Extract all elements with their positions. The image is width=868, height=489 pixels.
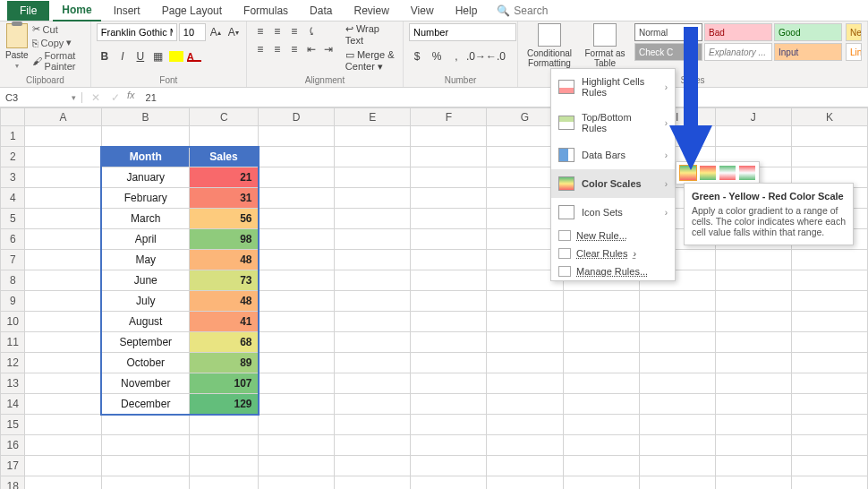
cell-H9[interactable] <box>563 291 639 312</box>
cell-I15[interactable] <box>639 415 715 435</box>
cell-D1[interactable] <box>259 126 335 147</box>
cell-H17[interactable] <box>563 456 639 476</box>
format-as-table-button[interactable]: Format as Table <box>579 23 631 68</box>
cell-H15[interactable] <box>563 415 639 435</box>
cf-highlight-rules[interactable]: Highlight Cells Rules› <box>551 69 675 105</box>
cell-E6[interactable] <box>335 229 411 250</box>
cell-B10[interactable]: August <box>101 312 190 332</box>
colorscale-rwg[interactable] <box>739 166 755 180</box>
underline-button[interactable]: U <box>132 48 149 64</box>
cell-H11[interactable] <box>563 332 639 353</box>
cell-F5[interactable] <box>411 209 487 229</box>
cell-D15[interactable] <box>259 415 335 435</box>
cell-I18[interactable] <box>639 476 715 490</box>
cell-D17[interactable] <box>259 456 335 476</box>
cell-A3[interactable] <box>25 167 101 188</box>
colorscale-gwr[interactable] <box>719 166 736 180</box>
align-bottom-button[interactable]: ≡ <box>286 23 302 39</box>
cell-D12[interactable] <box>259 353 335 373</box>
cell-A4[interactable] <box>25 188 101 209</box>
col-header-D[interactable]: D <box>259 108 335 126</box>
cell-E10[interactable] <box>335 312 411 332</box>
cell-C7[interactable]: 48 <box>190 250 259 270</box>
cell-C15[interactable] <box>190 415 259 435</box>
fill-color-button[interactable] <box>168 48 184 64</box>
cell-J8[interactable] <box>715 270 791 291</box>
cell-E5[interactable] <box>335 209 411 229</box>
row-header-8[interactable]: 8 <box>1 270 25 291</box>
row-header-9[interactable]: 9 <box>1 291 25 312</box>
cell-J9[interactable] <box>715 291 791 312</box>
cell-B15[interactable] <box>101 415 190 435</box>
cell-B9[interactable]: July <box>101 291 190 312</box>
cell-D2[interactable] <box>259 147 335 167</box>
cell-E18[interactable] <box>335 476 411 490</box>
copy-button[interactable]: ⎘Copy ▾ <box>32 37 85 48</box>
cell-I17[interactable] <box>639 456 715 476</box>
conditional-formatting-button[interactable]: Conditional Formatting <box>523 23 575 68</box>
align-top-button[interactable]: ≡ <box>252 23 268 39</box>
cell-C1[interactable] <box>190 126 259 147</box>
cell-D9[interactable] <box>259 291 335 312</box>
cell-A18[interactable] <box>25 476 101 490</box>
shrink-font-button[interactable]: A▾ <box>226 24 242 40</box>
cell-F2[interactable] <box>411 147 487 167</box>
paste-button[interactable]: Paste ▾ <box>5 23 29 70</box>
cell-C8[interactable]: 73 <box>190 270 259 291</box>
cell-K8[interactable] <box>791 270 867 291</box>
row-header-1[interactable]: 1 <box>1 126 25 147</box>
cell-B4[interactable]: February <box>101 188 190 209</box>
cell-J14[interactable] <box>715 394 791 415</box>
col-header-E[interactable]: E <box>335 108 411 126</box>
cell-C10[interactable]: 41 <box>190 312 259 332</box>
style-good[interactable]: Good <box>774 23 842 41</box>
cell-C11[interactable]: 68 <box>190 332 259 353</box>
cf-manage-rules[interactable]: Manage Rules... <box>551 262 675 280</box>
row-header-3[interactable]: 3 <box>1 167 25 188</box>
cell-K16[interactable] <box>791 435 867 456</box>
cell-D3[interactable] <box>259 167 335 188</box>
cell-G9[interactable] <box>487 291 563 312</box>
col-header-F[interactable]: F <box>411 108 487 126</box>
cell-J11[interactable] <box>715 332 791 353</box>
cell-J17[interactable] <box>715 456 791 476</box>
cell-C3[interactable]: 21 <box>190 167 259 188</box>
row-header-17[interactable]: 17 <box>1 456 25 476</box>
cf-clear-rules[interactable]: Clear Rules› <box>551 244 675 262</box>
cell-B5[interactable]: March <box>101 209 190 229</box>
cell-G14[interactable] <box>487 394 563 415</box>
cell-F11[interactable] <box>411 332 487 353</box>
col-header-B[interactable]: B <box>101 108 190 126</box>
cell-E17[interactable] <box>335 456 411 476</box>
cell-I11[interactable] <box>639 332 715 353</box>
cell-K11[interactable] <box>791 332 867 353</box>
cell-D5[interactable] <box>259 209 335 229</box>
cell-K12[interactable] <box>791 353 867 373</box>
cut-button[interactable]: ✂Cut <box>32 23 85 35</box>
cell-J7[interactable] <box>715 250 791 270</box>
cell-E11[interactable] <box>335 332 411 353</box>
format-painter-button[interactable]: 🖌Format Painter <box>32 50 85 72</box>
cell-G15[interactable] <box>487 415 563 435</box>
cell-J1[interactable] <box>715 126 791 147</box>
cell-B8[interactable]: June <box>101 270 190 291</box>
cell-D14[interactable] <box>259 394 335 415</box>
cell-B12[interactable]: October <box>101 353 190 373</box>
cell-K7[interactable] <box>791 250 867 270</box>
row-header-10[interactable]: 10 <box>1 312 25 332</box>
cell-K14[interactable] <box>791 394 867 415</box>
cell-H16[interactable] <box>563 435 639 456</box>
cell-D6[interactable] <box>259 229 335 250</box>
cell-B3[interactable]: January <box>101 167 190 188</box>
cell-B14[interactable]: December <box>101 394 190 415</box>
merge-center-button[interactable]: ▭ Merge & Center ▾ <box>345 49 397 73</box>
search-tab[interactable]: 🔍 Search <box>497 4 548 17</box>
cell-K10[interactable] <box>791 312 867 332</box>
cell-J12[interactable] <box>715 353 791 373</box>
row-header-13[interactable]: 13 <box>1 373 25 394</box>
cell-F12[interactable] <box>411 353 487 373</box>
cell-A13[interactable] <box>25 373 101 394</box>
row-header-11[interactable]: 11 <box>1 332 25 353</box>
fn-cancel-button[interactable]: ✕ <box>88 90 104 106</box>
cell-I13[interactable] <box>639 373 715 394</box>
